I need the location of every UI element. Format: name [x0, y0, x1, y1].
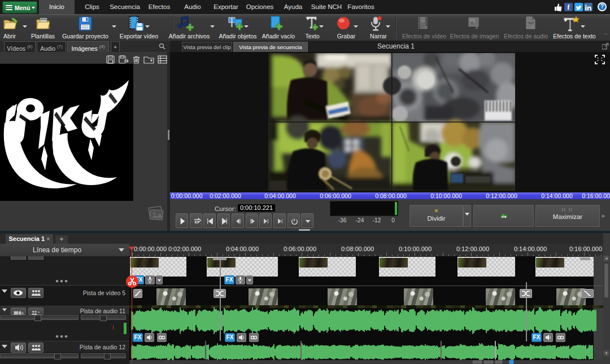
svg-text:3: 3 [531, 25, 534, 29]
svg-text:3: 3 [476, 25, 478, 29]
svg-text:3: 3 [425, 25, 427, 29]
svg-text:000: 000 [502, 216, 505, 218]
